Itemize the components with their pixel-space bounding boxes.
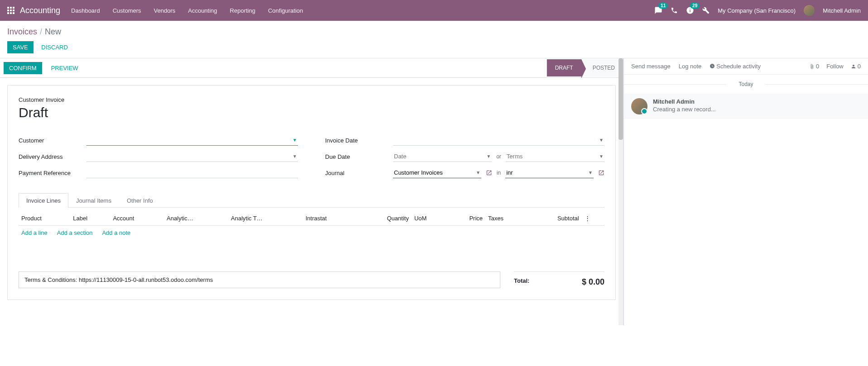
debug-icon[interactable] — [702, 7, 710, 14]
messages-badge: 11 — [658, 3, 668, 9]
svg-rect-8 — [13, 12, 14, 14]
label-customer: Customer — [19, 137, 86, 144]
col-analytic-account[interactable]: Analytic… — [164, 211, 228, 226]
col-analytic-tags[interactable]: Analytic T… — [228, 211, 303, 226]
svg-rect-0 — [7, 7, 9, 9]
invoice-date-field[interactable] — [393, 135, 604, 146]
label-invoice-date: Invoice Date — [325, 137, 393, 144]
due-date-field[interactable] — [393, 151, 492, 162]
label-journal: Journal — [325, 170, 393, 176]
tab-journal-items[interactable]: Journal Items — [68, 193, 119, 208]
today-separator: Today — [624, 75, 868, 94]
save-button[interactable]: Save — [7, 41, 34, 53]
col-uom[interactable]: UoM — [412, 211, 447, 226]
top-navbar: Accounting Dashboard Customers Vendors A… — [0, 0, 868, 21]
user-avatar[interactable] — [804, 5, 815, 16]
delivery-address-field[interactable] — [86, 151, 298, 162]
external-link-icon[interactable] — [486, 170, 492, 176]
svg-rect-2 — [13, 7, 14, 9]
customer-field[interactable] — [86, 135, 298, 146]
stage-draft[interactable]: Draft — [547, 59, 581, 76]
tab-invoice-lines[interactable]: Invoice Lines — [19, 193, 68, 208]
col-product[interactable]: Product — [19, 211, 70, 226]
label-delivery: Delivery Address — [19, 153, 86, 160]
control-panel: Invoices / New Save Discard — [0, 21, 868, 58]
breadcrumb-sep: / — [40, 27, 42, 37]
total-value: $ 0.00 — [582, 277, 604, 287]
col-account[interactable]: Account — [110, 211, 164, 226]
svg-rect-1 — [10, 7, 12, 9]
message-body: Creating a new record... — [653, 106, 716, 113]
attachments-button[interactable]: 0 — [809, 63, 819, 70]
form-sheet: Customer Invoice Draft Customer ▼ Delive… — [7, 85, 616, 300]
activities-badge: 29 — [690, 3, 700, 9]
notebook-tabs: Invoice Lines Journal Items Other Info — [19, 193, 604, 208]
col-taxes[interactable]: Taxes — [485, 211, 527, 226]
col-intrastat[interactable]: Intrastat — [303, 211, 357, 226]
nav-reporting[interactable]: Reporting — [230, 7, 255, 14]
company-selector[interactable]: My Company (San Francisco) — [718, 7, 796, 14]
log-note-button[interactable]: Log note — [679, 63, 702, 70]
columns-menu-icon[interactable]: ⋮ — [582, 211, 604, 226]
phone-icon[interactable] — [671, 7, 678, 14]
svg-rect-3 — [7, 10, 9, 11]
form-area: Confirm Preview Draft Posted Customer In… — [0, 58, 623, 325]
external-link-icon[interactable] — [598, 170, 604, 176]
message-author: Mitchell Admin — [653, 98, 716, 105]
breadcrumb: Invoices / New — [7, 27, 861, 37]
nav-vendors[interactable]: Vendors — [154, 7, 176, 14]
label-due-date: Due Date — [325, 153, 393, 160]
or-text: or — [496, 153, 501, 160]
messages-icon[interactable]: 11 — [654, 6, 662, 14]
discard-button[interactable]: Discard — [38, 41, 72, 53]
preview-button[interactable]: Preview — [48, 62, 82, 74]
sheet-subtitle: Customer Invoice — [19, 96, 604, 103]
message-avatar — [631, 98, 647, 114]
chatter: Send message Log note Schedule activity … — [623, 58, 868, 325]
statusbar: Confirm Preview Draft Posted — [0, 58, 623, 78]
label-payment-ref: Payment Reference — [19, 170, 86, 176]
followers-button[interactable]: 0 — [851, 63, 861, 70]
add-a-note[interactable]: Add a note — [102, 229, 130, 236]
nav-accounting[interactable]: Accounting — [188, 7, 217, 14]
follow-button[interactable]: Follow — [826, 63, 844, 70]
col-price[interactable]: Price — [447, 211, 485, 226]
journal-field[interactable] — [393, 167, 481, 178]
svg-rect-4 — [10, 10, 12, 11]
col-quantity[interactable]: Quantity — [356, 211, 412, 226]
confirm-button[interactable]: Confirm — [4, 62, 42, 74]
col-label[interactable]: Label — [70, 211, 110, 226]
add-a-line[interactable]: Add a line — [21, 229, 48, 236]
invoice-lines-table: Product Label Account Analytic… Analytic… — [19, 211, 604, 240]
totals: Total: $ 0.00 — [514, 271, 604, 289]
activities-icon[interactable]: 29 — [686, 6, 694, 14]
currency-field[interactable] — [505, 167, 594, 178]
svg-rect-6 — [7, 12, 9, 14]
chatter-topbar: Send message Log note Schedule activity … — [624, 58, 868, 75]
nav-dashboard[interactable]: Dashboard — [71, 7, 100, 14]
schedule-activity-button[interactable]: Schedule activity — [710, 63, 761, 70]
add-a-section[interactable]: Add a section — [57, 229, 93, 236]
breadcrumb-parent[interactable]: Invoices — [7, 27, 37, 37]
app-name[interactable]: Accounting — [20, 6, 60, 15]
nav-configuration[interactable]: Configuration — [268, 7, 303, 14]
breadcrumb-current: New — [45, 27, 61, 37]
stage-posted[interactable]: Posted — [581, 59, 623, 76]
user-name[interactable]: Mitchell Admin — [823, 7, 861, 14]
payment-reference-field[interactable] — [86, 167, 298, 178]
apps-icon[interactable] — [7, 7, 14, 14]
tab-other-info[interactable]: Other Info — [119, 193, 161, 208]
in-text: in — [497, 170, 501, 176]
svg-rect-5 — [13, 10, 14, 11]
scrollbar-thumb[interactable] — [619, 58, 623, 140]
navbar-right: 11 29 My Company (San Francisco) Mitchel… — [654, 5, 861, 16]
nav-customers[interactable]: Customers — [113, 7, 141, 14]
payment-terms-field[interactable] — [506, 151, 604, 162]
sheet-title: Draft — [19, 105, 604, 120]
svg-rect-7 — [10, 12, 12, 14]
terms-conditions[interactable]: Terms & Conditions: https://11130009-15-… — [19, 271, 500, 288]
chat-message: Mitchell Admin Creating a new record... — [624, 94, 868, 119]
total-label: Total: — [514, 277, 529, 287]
col-subtotal[interactable]: Subtotal — [528, 211, 582, 226]
send-message-button[interactable]: Send message — [631, 63, 671, 70]
